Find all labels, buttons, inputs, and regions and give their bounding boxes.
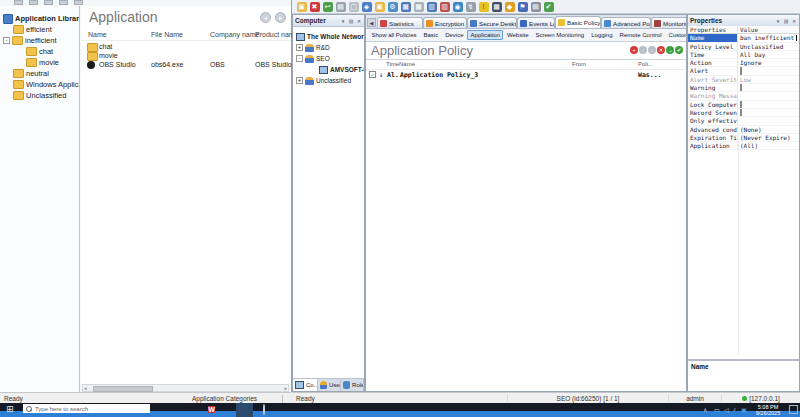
column-header-file-name[interactable]: File Name xyxy=(151,31,183,38)
scroll-left-icon[interactable]: ◂ xyxy=(84,385,87,391)
warning-icon[interactable]: ! xyxy=(479,2,489,12)
clipped-toolbar-icon[interactable] xyxy=(59,0,68,5)
policy-row-application-policy-3[interactable]: ✓ ↓ Al... Application Policy_3 Was... xyxy=(366,70,686,80)
property-row-record-screen[interactable]: Record Screen xyxy=(688,109,799,117)
tree-item-inefficient[interactable]: - inefficient xyxy=(0,35,79,46)
column-header-name[interactable]: Name xyxy=(88,31,107,38)
tree-item-movie[interactable]: movie xyxy=(0,57,79,68)
file-explorer-icon[interactable] xyxy=(189,404,200,415)
subtab-application[interactable]: Application xyxy=(467,30,503,40)
taskbar-app-icon[interactable] xyxy=(155,404,166,415)
column-header-value[interactable]: Value xyxy=(738,26,799,33)
close-icon[interactable]: ✕ xyxy=(356,18,362,24)
property-row-advanced-condition[interactable]: Advanced condition (None) xyxy=(688,126,799,134)
tray-icon[interactable]: ▭ xyxy=(714,406,720,413)
clipped-toolbar-icon[interactable] xyxy=(14,0,23,5)
tree-item-amvsoft-002[interactable]: AMVSOFT-002* xyxy=(293,64,364,75)
property-row-application[interactable]: Application (All) xyxy=(688,142,799,150)
property-row-warning[interactable]: Warning xyxy=(688,84,799,92)
tab-user[interactable]: User xyxy=(318,379,341,391)
active-console-app-icon[interactable] xyxy=(239,404,250,415)
subtab-logging[interactable]: Logging xyxy=(588,30,616,40)
subtab-device[interactable]: Device xyxy=(442,30,467,40)
list-row-chat[interactable]: chat xyxy=(81,43,291,52)
subtab-show-all-policies[interactable]: Show all Policies xyxy=(368,30,420,40)
move-up-button[interactable]: ↑ xyxy=(639,46,647,54)
tab-role[interactable]: Role xyxy=(341,379,364,391)
settings-globe-icon[interactable]: ⚙ xyxy=(388,2,398,12)
tab-statistics[interactable]: Statistics xyxy=(377,17,423,28)
tab-secure-desktop[interactable]: Secure Desktop xyxy=(467,17,517,28)
import-policy-button[interactable]: → xyxy=(666,46,674,54)
collapse-expander-icon[interactable]: - xyxy=(3,37,10,44)
clipped-toolbar-icon[interactable] xyxy=(29,0,38,5)
tree-item-seo[interactable]: - SEO xyxy=(293,53,364,64)
subtab-website[interactable]: Website xyxy=(503,30,532,40)
warning-checkbox[interactable] xyxy=(740,84,742,91)
tab-events-log[interactable]: Events Log xyxy=(517,17,555,28)
expand-icon[interactable]: + xyxy=(296,77,303,84)
subtab-custom-configuration[interactable]: Custom Configuration xyxy=(665,30,686,40)
document-app-icon[interactable] xyxy=(223,404,234,415)
tree-item-whole-network[interactable]: The Whole Network xyxy=(293,31,364,42)
start-button[interactable]: ⊞ xyxy=(6,404,14,415)
preview-icon[interactable]: ▢ xyxy=(349,2,359,12)
record-screen-checkbox[interactable] xyxy=(740,109,742,116)
screen-record-icon[interactable]: ▥ xyxy=(440,2,450,12)
tab-scroll-left-icon[interactable]: ◀ xyxy=(367,18,376,27)
close-icon[interactable]: ✕ xyxy=(791,18,797,24)
subtab-screen-monitoring[interactable]: Screen Monitoring xyxy=(532,30,588,40)
pin-icon[interactable]: ⊡ xyxy=(348,18,354,24)
move-down-button[interactable]: ↓ xyxy=(648,46,656,54)
log-icon[interactable]: ▤ xyxy=(531,2,541,12)
list-row-obs-studio[interactable]: OBS Studio obs64.exe OBS OBS Studio xyxy=(81,61,291,70)
nav-back-button[interactable]: ◂ xyxy=(260,12,271,23)
property-row-lock-computer[interactable]: Lock Computer xyxy=(688,101,799,109)
property-row-time[interactable]: Time All Day xyxy=(688,51,799,59)
tree-item-rd[interactable]: + R&D xyxy=(293,42,364,53)
clock-app-icon[interactable] xyxy=(258,404,269,415)
tab-advanced-policy[interactable]: Advanced Policy xyxy=(601,17,651,28)
import-icon[interactable]: ↩ xyxy=(323,2,333,12)
column-header-policy[interactable]: Poli... xyxy=(638,61,653,67)
column-header-from[interactable]: From xyxy=(572,61,586,67)
expand-icon[interactable]: + xyxy=(296,44,303,51)
nav-forward-button[interactable]: ▸ xyxy=(275,12,286,23)
collapse-expander-icon[interactable]: - xyxy=(296,55,303,62)
property-row-only-effective-while[interactable]: Only effective while ... xyxy=(688,117,799,125)
print-icon[interactable]: ▤ xyxy=(336,2,346,12)
encrypt-icon[interactable]: ◈ xyxy=(362,2,372,12)
screen-view-icon[interactable]: ▥ xyxy=(427,2,437,12)
tray-chevron-icon[interactable]: ∧ xyxy=(703,406,707,413)
lock-computer-checkbox[interactable] xyxy=(740,101,742,108)
property-row-alert-severity[interactable]: Alert Severity Low xyxy=(688,76,799,84)
taskbar-search-input[interactable]: Type here to search xyxy=(23,404,150,413)
wps-icon[interactable]: W xyxy=(206,404,217,415)
open-icon[interactable]: ▣ xyxy=(297,2,307,12)
clipped-toolbar-icon[interactable] xyxy=(44,0,53,5)
network-icon[interactable]: ◉ xyxy=(453,2,463,12)
property-row-policy-level[interactable]: Policy Level Unclassified xyxy=(688,43,799,51)
tab-encryption[interactable]: Encryption xyxy=(423,17,467,28)
delete-policy-button[interactable]: ✕ xyxy=(657,46,665,54)
subtab-basic[interactable]: Basic xyxy=(420,30,442,40)
apply-policy-button[interactable]: ✔ xyxy=(675,46,683,54)
property-row-action[interactable]: Action Ignore xyxy=(688,59,799,67)
lock-icon[interactable]: ◆ xyxy=(505,2,515,12)
delete-icon[interactable]: ✖ xyxy=(310,2,320,12)
monitor-gray-icon[interactable]: ▦ xyxy=(414,2,424,12)
remote-desktop-icon[interactable]: ▦ xyxy=(492,2,502,12)
property-row-warning-message[interactable]: Warning Message xyxy=(688,92,799,100)
folder-icon[interactable]: ▣ xyxy=(375,2,385,12)
tree-item-unclassified[interactable]: Unclassified xyxy=(0,90,79,101)
tray-network-icon[interactable]: ◁ xyxy=(724,406,729,413)
taskbar-clock[interactable]: 5:08 PM 9/26/2025 xyxy=(748,404,788,416)
property-row-name[interactable]: Name ban inefficient xyxy=(688,34,799,42)
pin-icon[interactable]: ⊡ xyxy=(783,18,789,24)
column-header-company-name[interactable]: Company name xyxy=(210,31,259,38)
notification-center-icon[interactable] xyxy=(789,405,798,414)
column-header-name[interactable]: Name xyxy=(399,61,415,67)
tree-item-efficient[interactable]: efficient xyxy=(0,24,79,35)
chrome-icon[interactable] xyxy=(172,404,183,415)
column-header-time[interactable]: Time xyxy=(386,61,399,67)
